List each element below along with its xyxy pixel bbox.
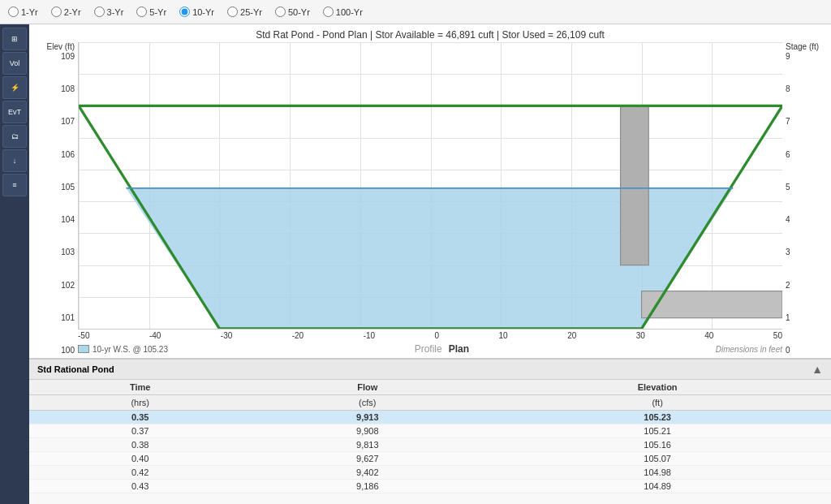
cell-time: 0.43 [29, 480, 251, 493]
table-body: 0.359,913105.230.379,908105.210.389,8131… [29, 411, 831, 493]
top-bar: 1-Yr2-Yr3-Yr5-Yr10-Yr25-Yr50-Yr100-Yr [0, 0, 831, 24]
y-tick-left: 103 [61, 248, 75, 256]
y-tick-right: 7 [786, 118, 790, 126]
x-tick: 40 [704, 331, 713, 340]
table-col-units: (hrs) (cfs) (ft) [29, 395, 831, 411]
x-tick: -50 [78, 331, 89, 340]
sidebar-btn-lightning[interactable]: ⚡ [2, 76, 27, 99]
view-toggle: Profile Plan [415, 343, 469, 355]
y-tick-right: 3 [786, 248, 790, 256]
chart-area: Std Rat Pond - Pond Plan | Stor Availabl… [29, 24, 831, 358]
radio-10yr[interactable]: 10-Yr [179, 6, 214, 17]
x-tick: -40 [149, 331, 161, 340]
x-tick: 10 [499, 331, 508, 340]
radio-label-25yr: 25-Yr [240, 7, 262, 17]
cell-elevation: 105.21 [484, 424, 831, 438]
y-tick-right: 0 [786, 347, 790, 355]
x-axis: -50-40-30-20-1001020304050 [78, 330, 782, 340]
table-row: 0.439,186104.89 [29, 480, 831, 493]
table-row: 0.359,913105.23 [29, 411, 831, 424]
cell-elevation: 105.07 [484, 452, 831, 466]
sidebar-btn-vol[interactable]: Vol [2, 52, 27, 75]
x-tick: -20 [292, 331, 304, 340]
cell-elevation: 104.98 [484, 466, 831, 480]
x-tick: -10 [364, 331, 375, 340]
table-col-headers: Time Flow Elevation [29, 380, 831, 395]
radio-label-2yr: 2-Yr [64, 7, 81, 17]
radio-label-50yr: 50-Yr [288, 7, 310, 17]
cell-flow: 9,913 [251, 411, 484, 424]
radio-label-5yr: 5-Yr [149, 7, 166, 17]
y-tick-left: 104 [61, 216, 75, 224]
x-tick: 20 [567, 331, 576, 340]
radio-100yr[interactable]: 100-Yr [323, 6, 363, 17]
sidebar-btn-layers[interactable]: 🗂 [2, 125, 27, 148]
sidebar-btn-arrow[interactable]: ↓ [2, 149, 27, 172]
legend-label: 10-yr W.S. @ 105.23 [93, 345, 168, 354]
y-tick-right: 8 [786, 85, 790, 93]
table-collapse-icon[interactable]: ▲ [812, 363, 823, 376]
y-tick-right: 5 [786, 183, 790, 192]
y-tick-left: 101 [61, 314, 75, 322]
x-tick: 50 [773, 331, 782, 340]
main-content: ⊞Vol⚡EvT🗂↓≡ Std Rat Pond - Pond Plan | S… [0, 24, 831, 504]
y-tick-right: 9 [786, 53, 790, 61]
x-tick: 0 [435, 331, 440, 340]
y-tick-left: 102 [61, 282, 75, 290]
y-tick-left: 106 [61, 151, 75, 159]
table-row: 0.379,908105.21 [29, 424, 831, 438]
legend-water-surface: 10-yr W.S. @ 105.23 [78, 345, 168, 354]
y-tick-right: 2 [786, 282, 790, 290]
pond-svg [79, 42, 782, 329]
y-tick-right: 6 [786, 151, 790, 159]
sidebar-btn-list[interactable]: ≡ [2, 174, 27, 196]
cell-time: 0.42 [29, 466, 251, 480]
table-title: Std Rational Pond [37, 364, 114, 374]
plan-button[interactable]: Plan [449, 343, 469, 355]
cell-time: 0.40 [29, 452, 251, 466]
legend-box [78, 345, 89, 353]
cell-flow: 9,186 [251, 480, 484, 493]
x-tick: 30 [636, 331, 645, 340]
col-elevation-unit: (ft) [484, 395, 831, 411]
table-header: Std Rational Pond ▲ [29, 360, 831, 380]
sidebar-btn-grid[interactable]: ⊞ [2, 28, 27, 50]
radio-5yr[interactable]: 5-Yr [136, 6, 166, 17]
cell-elevation: 105.16 [484, 438, 831, 452]
y-axis-right-ticks: 9876543210 [782, 53, 825, 355]
radio-3yr[interactable]: 3-Yr [94, 6, 124, 17]
y-tick-left: 105 [61, 183, 75, 192]
table-scroll[interactable]: Time Flow Elevation (hrs) (cfs) (ft) 0.3… [29, 380, 831, 504]
sidebar: ⊞Vol⚡EvT🗂↓≡ [0, 24, 29, 504]
cell-flow: 9,908 [251, 424, 484, 438]
profile-button[interactable]: Profile [415, 343, 442, 355]
radio-label-100yr: 100-Yr [336, 7, 363, 17]
radio-25yr[interactable]: 25-Yr [227, 6, 262, 17]
y-tick-right: 4 [786, 216, 790, 224]
y-axis-left-ticks: 109108107106105104103102101100 [36, 53, 78, 355]
sidebar-btn-evt[interactable]: EvT [2, 101, 27, 123]
chart-container: Elev (ft) 109108107106105104103102101100 [36, 42, 825, 355]
y-tick-left: 100 [61, 347, 75, 355]
outlet-structure [621, 106, 649, 265]
y-tick-left: 109 [61, 53, 75, 61]
x-tick: -30 [221, 331, 232, 340]
radio-2yr[interactable]: 2-Yr [51, 6, 81, 17]
radio-50yr[interactable]: 50-Yr [275, 6, 310, 17]
radio-label-10yr: 10-Yr [192, 7, 214, 17]
cell-time: 0.37 [29, 424, 251, 438]
chart-plot [78, 42, 782, 330]
radio-1yr[interactable]: 1-Yr [8, 6, 38, 17]
y-tick-left: 108 [61, 85, 75, 93]
cell-elevation: 105.23 [484, 411, 831, 424]
table-row: 0.389,813105.16 [29, 438, 831, 452]
col-time: Time [29, 380, 251, 395]
y-tick-right: 1 [786, 314, 790, 322]
table-row: 0.409,627105.07 [29, 452, 831, 466]
bottom-table: Std Rational Pond ▲ Time Flow Elevation … [29, 358, 831, 504]
table-row: 0.429,402104.98 [29, 466, 831, 480]
cell-flow: 9,813 [251, 438, 484, 452]
cell-time: 0.38 [29, 438, 251, 452]
cell-flow: 9,627 [251, 452, 484, 466]
cell-flow: 9,402 [251, 466, 484, 480]
